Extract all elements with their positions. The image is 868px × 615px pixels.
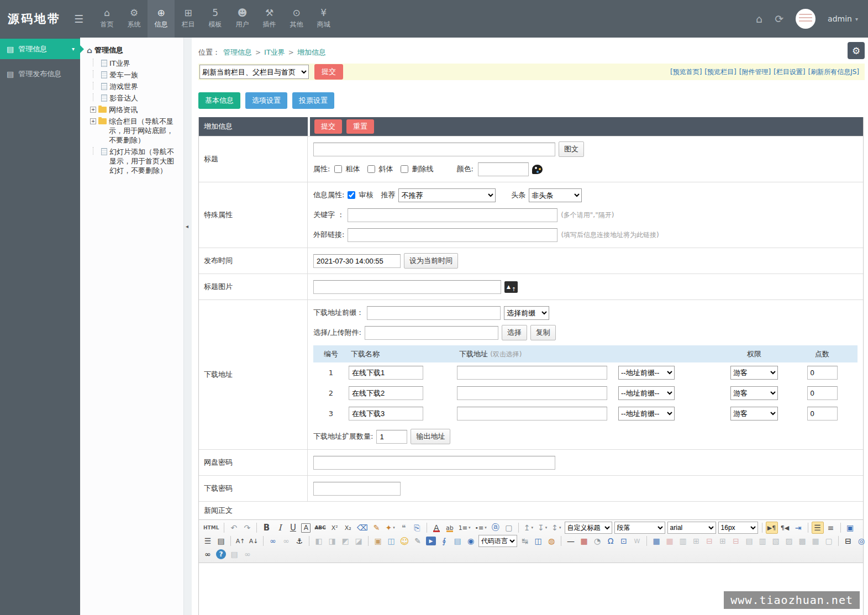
horizontal-rule-icon[interactable]: — xyxy=(565,535,577,547)
title-image-input[interactable] xyxy=(313,280,501,294)
ltr-icon[interactable]: ▶¶ xyxy=(766,522,778,534)
tab-basic[interactable]: 基本信息 xyxy=(198,92,240,109)
link-icon[interactable]: ∞ xyxy=(267,535,279,547)
image-text-button[interactable]: 图文 xyxy=(559,141,584,157)
insert-table-icon[interactable]: ▦ xyxy=(650,535,662,547)
tree-item[interactable]: 游戏世界 xyxy=(87,81,180,92)
palette-icon[interactable] xyxy=(532,165,543,174)
float-center-icon[interactable]: ◨ xyxy=(326,535,338,547)
indent-icon[interactable]: ⇥ xyxy=(792,522,804,534)
tree-item[interactable]: 幻灯片添加（导航不显示，用于首页大图幻灯，不要删除） xyxy=(87,146,180,176)
quick-link[interactable]: [刷新所有信息JS] xyxy=(808,67,859,77)
font-border-icon[interactable]: A xyxy=(301,523,311,533)
sidebar-item-manage-info[interactable]: ▤管理信息▾ xyxy=(0,39,80,59)
font-color-icon[interactable]: A xyxy=(430,522,443,534)
breadcrumb-link[interactable]: 增加信息 xyxy=(297,48,326,57)
copy-button[interactable]: 复制 xyxy=(530,325,556,340)
refresh-scope-select[interactable]: 刷新当前栏目、父栏目与首页 xyxy=(199,65,309,79)
download-addr-input[interactable] xyxy=(457,386,607,400)
float-none-icon[interactable]: ◪ xyxy=(353,535,365,547)
multi-image-icon[interactable]: ◫ xyxy=(385,535,397,547)
recommend-select[interactable]: 不推荐 xyxy=(398,188,496,202)
hamburger-menu-icon[interactable]: ☰ xyxy=(72,0,93,38)
insert-image-icon[interactable]: ▣ xyxy=(372,535,384,547)
delete-table-icon[interactable]: ▦ xyxy=(664,535,676,547)
redo-icon[interactable]: ↷ xyxy=(241,522,253,534)
quick-link[interactable]: [栏目设置] xyxy=(774,67,805,77)
align-justify-icon[interactable]: ▤ xyxy=(215,535,227,547)
panel-collapse-handle[interactable]: ◂ xyxy=(184,38,192,615)
permission-select[interactable]: 游客 xyxy=(730,407,778,420)
font-size-select[interactable]: 16px xyxy=(718,522,758,534)
points-input[interactable] xyxy=(807,407,838,420)
table-title-icon[interactable]: ▥ xyxy=(677,535,689,547)
insert-date-icon[interactable]: ▦ xyxy=(578,535,590,547)
word-import-icon[interactable]: W xyxy=(631,535,643,547)
auto-link-icon[interactable]: ⓐ xyxy=(490,522,502,534)
unlink-icon[interactable]: ∞ xyxy=(280,535,292,547)
nav-item-other[interactable]: ⊙其他 xyxy=(283,0,310,38)
underline-icon[interactable]: U xyxy=(287,522,299,534)
screenshot-icon[interactable]: ⊡ xyxy=(618,535,630,547)
nav-item-category[interactable]: ⊞栏目 xyxy=(175,0,202,38)
delete-col-icon[interactable]: ⊟ xyxy=(730,535,742,547)
download-addr-input[interactable] xyxy=(457,407,607,420)
split-row-icon[interactable]: ▨ xyxy=(783,535,795,547)
nav-item-info[interactable]: ⊕信息 xyxy=(148,0,175,38)
submit-button[interactable]: 提交 xyxy=(314,119,342,134)
title-input[interactable] xyxy=(313,143,555,156)
insert-row-icon[interactable]: ⊞ xyxy=(690,535,702,547)
addr-prefix-select[interactable]: --地址前缀-- xyxy=(618,386,675,400)
download-password-input[interactable] xyxy=(313,482,401,496)
tree-item[interactable]: 爱车一族 xyxy=(87,69,180,81)
preview-icon[interactable]: ◎ xyxy=(855,535,867,547)
choose-button[interactable]: 选择 xyxy=(502,325,527,340)
headline-select[interactable]: 非头条 xyxy=(529,188,582,202)
spacing-bottom-icon[interactable]: ↧▾ xyxy=(536,522,549,534)
scrawl-icon[interactable]: ✎ xyxy=(412,535,424,547)
attach-input[interactable] xyxy=(365,326,498,340)
tree-item[interactable]: +网络资讯 xyxy=(87,104,180,115)
quick-link[interactable]: [预览栏目] xyxy=(704,67,736,77)
quick-link-icon[interactable]: ∞ xyxy=(241,548,254,560)
output-address-button[interactable]: 输出地址 xyxy=(411,429,450,444)
external-link-input[interactable] xyxy=(348,228,557,242)
download-name-input[interactable] xyxy=(349,386,423,400)
merge-down-icon[interactable]: ▧ xyxy=(770,535,782,547)
undo-icon[interactable]: ↶ xyxy=(228,522,240,534)
merge-right-icon[interactable]: ▥ xyxy=(756,535,769,547)
unordered-list-icon[interactable]: •≡▾ xyxy=(474,522,488,534)
tree-item[interactable]: 影音达人 xyxy=(87,92,180,104)
align-right-icon[interactable]: ☰ xyxy=(202,535,214,547)
quick-link[interactable]: [附件管理] xyxy=(739,67,771,77)
save-icon[interactable]: ▤ xyxy=(228,548,240,560)
italic-icon[interactable]: I xyxy=(273,522,286,534)
custom-title-select[interactable]: 自定义标题 xyxy=(565,522,612,534)
download-name-input[interactable] xyxy=(349,407,423,420)
prefix-select[interactable]: 选择前缀 xyxy=(504,306,549,320)
nav-item-plugin[interactable]: ⚒插件 xyxy=(256,0,283,38)
highlight-color-icon[interactable]: ab xyxy=(444,522,456,534)
tree-root[interactable]: ⌂ 管理信息 xyxy=(87,45,180,55)
insert-col-icon[interactable]: ⊞ xyxy=(717,535,729,547)
image-upload-icon[interactable] xyxy=(504,281,518,293)
find-replace-icon[interactable]: ∞ xyxy=(202,548,214,560)
nav-item-template[interactable]: 5模板 xyxy=(202,0,229,38)
special-char-icon[interactable]: Ω xyxy=(604,535,617,547)
breadcrumb-link[interactable]: 管理信息 xyxy=(223,48,252,57)
keyword-input[interactable] xyxy=(348,208,557,222)
pan-password-input[interactable] xyxy=(313,456,555,470)
download-name-input[interactable] xyxy=(349,366,423,380)
code-language-select[interactable]: 代码语言 xyxy=(478,535,517,547)
strikethrough-icon[interactable]: ABC xyxy=(313,522,327,534)
font-family-select[interactable]: arial xyxy=(667,522,716,534)
new-page-icon[interactable]: ▢ xyxy=(503,522,515,534)
paste-text-icon[interactable]: ⎘ xyxy=(411,522,423,534)
merge-cells-icon[interactable]: ▤ xyxy=(743,535,755,547)
italic-checkbox[interactable] xyxy=(367,165,375,173)
points-input[interactable] xyxy=(807,386,838,400)
nav-item-shop[interactable]: ¥商城 xyxy=(310,0,337,38)
rtl-icon[interactable]: ¶◀ xyxy=(779,522,791,534)
subscript-icon[interactable]: X₂ xyxy=(342,522,354,534)
blockquote-icon[interactable]: ❝ xyxy=(398,522,410,534)
